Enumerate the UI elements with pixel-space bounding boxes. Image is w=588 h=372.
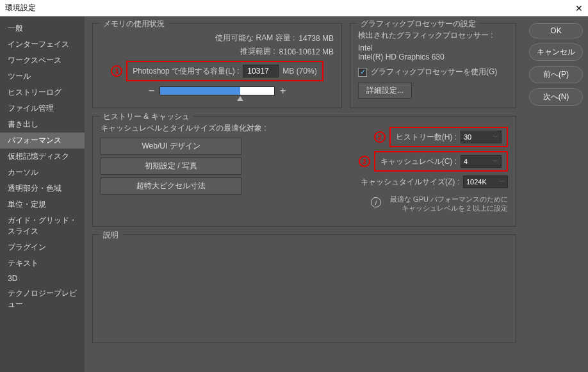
right-buttons: OK キャンセル 前へ(P) 次へ(N) [524, 17, 588, 372]
history-states-label: ヒストリー数(H) : [396, 132, 457, 143]
sidebar-item-5[interactable]: ファイル管理 [0, 101, 85, 117]
memory-increase-icon[interactable]: + [280, 85, 286, 97]
annotation-badge-2: 2 [374, 131, 386, 143]
cache-optimize-label: キャッシュレベルとタイルサイズの最適化対象 : [101, 123, 266, 134]
cache-level-label: キャッシュレベル(C) : [380, 156, 457, 167]
next-button[interactable]: 次へ(N) [529, 88, 583, 106]
available-ram-label: 使用可能な RAM 容量 : [215, 33, 295, 44]
close-icon[interactable]: ✕ [575, 3, 583, 13]
photoshop-use-unit: MB (70%) [282, 67, 316, 76]
ideal-range-label: 推奨範囲 : [240, 46, 275, 57]
sidebar-item-6[interactable]: 書き出し [0, 117, 85, 133]
description-group: 説明 [92, 234, 516, 343]
gpu-group: グラフィックプロセッサーの設定 検出されたグラフィックプロセッサー : Inte… [350, 23, 516, 108]
prev-button[interactable]: 前へ(P) [529, 66, 583, 83]
history-title: ヒストリー & キャッシュ [99, 111, 193, 122]
cache-level-dropdown[interactable]: 4﹀ [461, 155, 502, 168]
sidebar-item-8[interactable]: 仮想記憶ディスク [0, 149, 85, 165]
chevron-down-icon: ﹀ [499, 178, 505, 186]
use-gpu-checkbox[interactable]: ✓ [358, 68, 367, 77]
cancel-button[interactable]: キャンセル [529, 44, 583, 61]
sidebar-item-3[interactable]: ツール [0, 69, 85, 85]
cache-level-highlight: キャッシュレベル(C) : 4﹀ [374, 151, 508, 172]
sidebar-item-4[interactable]: ヒストリーログ [0, 85, 85, 101]
sidebar-item-15[interactable]: 3D [0, 271, 85, 286]
description-title: 説明 [99, 230, 122, 241]
history-states-highlight: ヒストリー数(H) : 30﹀ [389, 127, 508, 147]
use-gpu-label: グラフィックプロセッサーを使用(G) [371, 67, 497, 77]
gpu-advanced-button[interactable]: 詳細設定... [358, 83, 412, 99]
memory-use-highlight: Photoshop で使用する容量(L) : MB (70%) [126, 61, 323, 81]
photoshop-use-input[interactable] [243, 65, 279, 77]
sidebar-item-10[interactable]: 透明部分・色域 [0, 181, 85, 197]
photoshop-use-label: Photoshop で使用する容量(L) : [133, 66, 239, 77]
gpu-device: Intel(R) HD Graphics 630 [358, 53, 508, 61]
memory-title: メモリの使用状況 [99, 19, 168, 29]
sidebar-item-2[interactable]: ワークスペース [0, 53, 85, 69]
gpu-detected-label: 検出されたグラフィックプロセッサー : [358, 30, 508, 41]
ideal-range-value: 8106-10612 MB [279, 47, 334, 56]
sidebar-item-0[interactable]: 一般 [0, 20, 85, 36]
cache-hint: 最適な GPU パフォーマンスのためにキャッシュレベルを 2 以上に設定 [390, 195, 508, 213]
gpu-title: グラフィックプロセッサーの設定 [357, 19, 480, 29]
sidebar-item-9[interactable]: カーソル [0, 165, 85, 181]
sidebar-item-7[interactable]: パフォーマンス [0, 133, 85, 149]
info-icon: i [371, 197, 381, 207]
memory-decrease-icon[interactable]: − [149, 85, 154, 97]
sidebar-item-16[interactable]: テクノロジープレビュー [0, 286, 85, 312]
sidebar-item-12[interactable]: ガイド・グリッド・スライス [0, 213, 85, 239]
sidebar-item-1[interactable]: インターフェイス [0, 36, 85, 53]
ok-button[interactable]: OK [529, 23, 583, 38]
optimize-default-photo-button[interactable]: 初期設定 / 写真 [101, 158, 241, 175]
chevron-down-icon: ﹀ [493, 133, 498, 142]
slider-thumb-icon[interactable] [237, 96, 243, 101]
sidebar: 一般インターフェイスワークスペースツールヒストリーログファイル管理書き出しパフォ… [0, 17, 85, 372]
window-title: 環境設定 [5, 3, 36, 13]
gpu-vendor: Intel [358, 44, 508, 53]
optimize-web-ui-button[interactable]: Web/UI デザイン [101, 138, 241, 155]
cache-tile-label: キャッシュタイルサイズ(Z) : [361, 177, 459, 188]
chevron-down-icon: ﹀ [493, 158, 498, 166]
annotation-badge-1: 1 [111, 65, 122, 77]
history-cache-group: ヒストリー & キャッシュ キャッシュレベルとタイルサイズの最適化対象 : We… [92, 116, 516, 227]
optimize-huge-pixel-button[interactable]: 超特大ピクセル寸法 [101, 177, 241, 195]
available-ram-value: 14738 MB [298, 34, 334, 43]
history-states-dropdown[interactable]: 30﹀ [461, 131, 502, 143]
sidebar-item-13[interactable]: プラグイン [0, 239, 85, 255]
sidebar-item-11[interactable]: 単位・定規 [0, 197, 85, 213]
sidebar-item-14[interactable]: テキスト [0, 255, 85, 271]
memory-group: メモリの使用状況 使用可能な RAM 容量 : 14738 MB 推奨範囲 : … [92, 23, 342, 108]
annotation-badge-3: 3 [359, 156, 370, 167]
cache-tile-dropdown[interactable]: 1024K﹀ [463, 175, 508, 188]
memory-slider[interactable] [159, 86, 275, 95]
